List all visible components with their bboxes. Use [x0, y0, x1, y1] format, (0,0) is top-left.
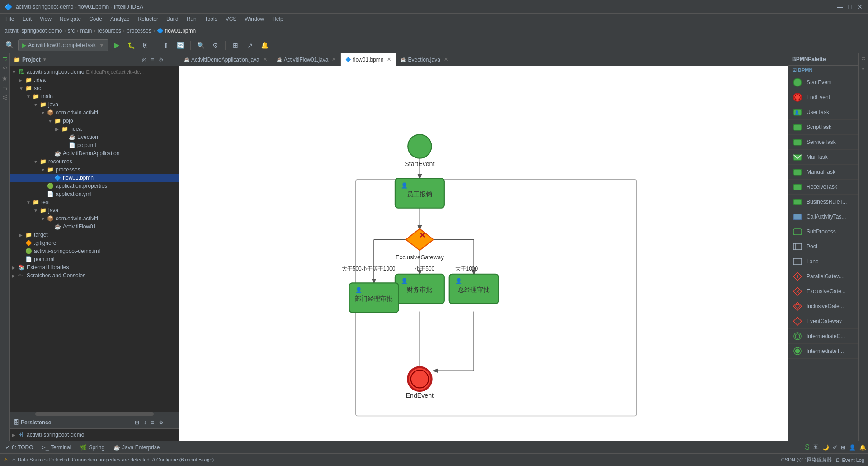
tree-item-ext-libs[interactable]: ▶ 📚 External Libraries	[10, 263, 179, 271]
debug-button[interactable]: 🐛	[125, 39, 137, 51]
tree-item-app-props[interactable]: ▶ 🟢 application.properties	[10, 182, 179, 190]
palette-item-parallel-gateway[interactable]: + ParallelGatew...	[788, 269, 858, 284]
activity-web-icon[interactable]: W	[1, 94, 8, 101]
menu-vcs[interactable]: VCS	[222, 15, 241, 23]
menu-window[interactable]: Window	[241, 15, 268, 23]
menu-code[interactable]: Code	[85, 15, 106, 23]
bottom-right-icon-5[interactable]: ⊞	[841, 444, 845, 451]
tree-item-pojo[interactable]: ▼ 📁 pojo	[10, 117, 179, 125]
breadcrumb-project[interactable]: activiti-springboot-demo	[5, 28, 62, 34]
tab-close-demo-app[interactable]: ✕	[263, 57, 267, 62]
persistence-item-demo[interactable]: ▶ 🗄 activiti-springboot-demo	[10, 431, 179, 439]
palette-item-intermediate-throw[interactable]: IntermediateT...	[788, 344, 858, 359]
tree-item-src[interactable]: ▼ 📁 src	[10, 84, 179, 92]
bottom-tab-todo[interactable]: ✓ 6: TODO	[2, 443, 37, 452]
bottom-right-icon-3[interactable]: 🌙	[822, 444, 829, 451]
tree-item-gitignore[interactable]: ▶ 🔶 .gitignore	[10, 239, 179, 247]
palette-item-lane[interactable]: Lane	[788, 254, 858, 269]
tab-close-flow01-java[interactable]: ✕	[332, 57, 336, 62]
menu-view[interactable]: View	[36, 15, 55, 23]
breadcrumb-processes[interactable]: processes	[127, 28, 151, 34]
toolbar-settings-button[interactable]: ⚙	[209, 39, 222, 51]
menu-edit[interactable]: Edit	[19, 15, 35, 23]
menu-refactor[interactable]: Refactor	[134, 15, 162, 23]
tab-activiti-demo-app[interactable]: ☕ ActivitiDemoApplication.java ✕	[179, 53, 272, 66]
tree-item-java[interactable]: ▼ 📁 java	[10, 100, 179, 109]
palette-item-service-task[interactable]: ServiceTask	[788, 135, 858, 150]
palette-item-call-activity-task[interactable]: CallActivityTas...	[788, 209, 858, 224]
bottom-tab-java-enterprise[interactable]: ☕ Java Enterprise	[110, 443, 163, 452]
palette-item-end-event[interactable]: EndEvent	[788, 90, 858, 105]
persistence-filter-button[interactable]: ≡	[149, 418, 156, 427]
bottom-right-icon-6[interactable]: 👤	[849, 444, 856, 451]
tree-item-activitiflow01[interactable]: ▶ ☕ ActivitiFlow01	[10, 223, 179, 231]
tree-item-resources[interactable]: ▼ 📁 resources	[10, 157, 179, 166]
tree-item-main[interactable]: ▼ 📁 main	[10, 92, 179, 100]
persistence-hide-button[interactable]: —	[166, 418, 175, 427]
tree-item-flow01-bpmn[interactable]: ▶ 🔷 flow01.bpmn	[10, 174, 179, 182]
tab-activiti-flow01[interactable]: ☕ ActivitiFlow01.java ✕	[272, 53, 341, 66]
persistence-sort-button[interactable]: ↕	[142, 418, 148, 427]
tree-item-idea[interactable]: ▶ 📁 .idea	[10, 76, 179, 84]
tree-item-pom[interactable]: ▶ 📄 pom.xml	[10, 255, 179, 263]
tree-item-app[interactable]: ▶ ☕ ActivitiDemoApplication	[10, 149, 179, 157]
bottom-right-icon-7[interactable]: 🔔	[859, 444, 866, 451]
panel-hide-button[interactable]: —	[166, 56, 175, 64]
bottom-right-icon-1[interactable]: S	[805, 443, 810, 452]
toolbar-find-button[interactable]: 🔍	[194, 39, 207, 51]
palette-item-inclusive-gateway[interactable]: InclusiveGate...	[788, 299, 858, 314]
tree-item-test-java[interactable]: ▼ 📁 java	[10, 206, 179, 214]
toolbar-vcs-button[interactable]: ⬆	[160, 39, 172, 51]
close-button[interactable]: ✕	[856, 3, 863, 10]
palette-item-script-task[interactable]: ScriptTask	[788, 120, 858, 135]
menu-build[interactable]: Build	[163, 15, 182, 23]
run-config-combo[interactable]: ▶ ActivitiFlow01.completeTask ▼	[18, 39, 108, 51]
tree-item-pojo-iml[interactable]: ▶ 📄 pojo.iml	[10, 141, 179, 149]
tree-item-package[interactable]: ▼ 📦 com.edwin.activiti	[10, 109, 179, 117]
menu-tools[interactable]: Tools	[201, 15, 221, 23]
menu-help[interactable]: Help	[269, 15, 287, 23]
palette-item-event-gateway[interactable]: EventGateway	[788, 314, 858, 329]
tree-item-root[interactable]: ▼ 🏗 activiti-springboot-demo E:\IdeaProj…	[10, 68, 179, 76]
menu-navigate[interactable]: Navigate	[56, 15, 85, 23]
palette-item-receive-task[interactable]: ReceiveTask	[788, 180, 858, 195]
tree-item-evection[interactable]: ▶ ☕ Evection	[10, 133, 179, 141]
palette-item-subprocess[interactable]: + SubProcess	[788, 224, 858, 239]
activity-structure-icon[interactable]: S	[1, 64, 8, 71]
tree-item-pojo-idea[interactable]: ▶ 📁 .idea	[10, 125, 179, 133]
menu-run[interactable]: Run	[183, 15, 200, 23]
bpmn-canvas[interactable]: StartEvent 👤 员工报销 ✕ ExclusiveGateway 大于5…	[179, 66, 788, 441]
palette-item-mail-task[interactable]: MailTask	[788, 150, 858, 165]
toolbar-search-everywhere-button[interactable]: 🔍	[4, 39, 16, 51]
bottom-right-icon-4[interactable]: ✐	[833, 444, 837, 451]
toolbar-layout-button[interactable]: ⊞	[229, 39, 242, 51]
right-icon-m[interactable]: m	[860, 65, 867, 72]
tab-flow01-bpmn[interactable]: 🔷 flow01.bpmn ✕	[341, 53, 396, 66]
event-log-label[interactable]: 🗒 Event Log	[835, 457, 864, 463]
tree-item-demo-iml[interactable]: ▶ 🟢 activiti-springboot-demo.iml	[10, 247, 179, 255]
palette-item-manual-task[interactable]: ManualTask	[788, 165, 858, 180]
palette-item-user-task[interactable]: 👤 UserTask	[788, 105, 858, 120]
run-button[interactable]: ▶	[110, 39, 123, 51]
toolbar-share-button[interactable]: ↗	[244, 39, 256, 51]
tree-item-target[interactable]: ▶ 📁 target	[10, 231, 179, 239]
minimize-button[interactable]: —	[836, 3, 844, 10]
panel-expand-button[interactable]: ≡	[149, 56, 156, 64]
palette-item-intermediate-catch[interactable]: IntermediateC...	[788, 329, 858, 344]
palette-item-start-event[interactable]: StartEvent	[788, 75, 858, 90]
activity-favorites-icon[interactable]: ★	[1, 73, 9, 84]
persistence-new-button[interactable]: ⊞	[133, 418, 141, 427]
maximize-button[interactable]: □	[846, 3, 854, 10]
tree-item-processes[interactable]: ▼ 📁 processes	[10, 166, 179, 174]
bottom-tab-terminal[interactable]: >_ Terminal	[39, 443, 75, 452]
menu-analyze[interactable]: Analyze	[107, 15, 133, 23]
activity-project-icon[interactable]: P	[1, 55, 9, 62]
activity-persistence-icon[interactable]: P	[1, 86, 8, 92]
breadcrumb-main[interactable]: main	[80, 28, 92, 34]
palette-item-pool[interactable]: Pool	[788, 239, 858, 254]
breadcrumb-resources[interactable]: resources	[97, 28, 121, 34]
tab-close-flow01-bpmn[interactable]: ✕	[387, 57, 391, 62]
persistence-settings-button[interactable]: ⚙	[157, 418, 165, 427]
panel-settings-button[interactable]: ⚙	[157, 56, 165, 64]
tab-evection[interactable]: ☕ Evection.java ✕	[396, 53, 453, 66]
